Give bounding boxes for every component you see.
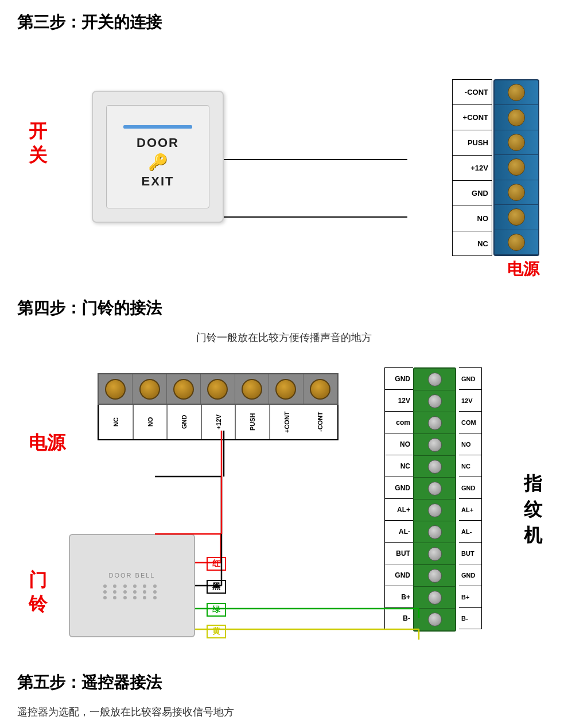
step4-diagram: 电源 NC NO GND [17,356,551,655]
step4-subtitle: 门铃一般放在比较方便传播声音的地方 [17,331,551,344]
pscrew-5 [235,374,269,404]
dh5 [143,584,146,588]
terminal-screw-5 [495,180,538,205]
dh11 [143,590,146,594]
wire-label-red: 红 [207,557,226,571]
terminal-label-cont-pos: +CONT [452,104,492,130]
switch-label: 开 关 [29,119,47,167]
wire-label-yellow: 黄 [207,625,226,638]
dh8 [113,590,116,594]
fpl-no: NO [384,433,413,455]
terminal-block [493,79,539,256]
terminal-screw-4 [495,155,538,180]
fpl-gnd3: GND [384,564,413,586]
page-container: 第三步：开关的连接 开 关 DOOR 🔑 EXIT [0,0,568,728]
fpr-bp: B+ [459,586,482,607]
fpl-but: BUT [384,542,413,564]
door-button-door: DOOR [137,135,179,150]
terminal-label-gnd: GND [452,180,492,206]
power-terminal-screws [99,374,337,404]
door-button-key: 🔑 [148,153,168,172]
terminal-label-box: -CONT +CONT PUSH +12V GND NO NC [452,79,492,256]
fpr-no: NO [459,433,482,455]
fp-screw-gnd3 [414,565,455,587]
fpl-bp: B+ [384,586,413,607]
fp-right-labels: GND 12V COM NO NC GND AL+ AL- BUT GND B+… [459,367,482,629]
power-terminal-top [98,373,339,405]
dh15 [123,596,127,599]
pscrew-3 [167,374,201,404]
dh9 [123,590,127,594]
dh3 [123,584,127,588]
wire-label-green: 绿 [207,603,226,617]
doorbell-device: DOOR BELL [69,534,195,637]
fp-left-labels: GND 12V com NO NC GND AL+ AL- BUT GND B+… [384,367,413,629]
terminal-screw-2 [495,105,538,130]
pscrew-7 [304,374,337,404]
fp-screw-bm [414,609,455,630]
step5-title: 第五步：遥控器接法 [17,672,551,694]
fpl-com: com [384,411,413,433]
terminal-screw-3 [495,130,538,155]
fpl-alm: AL- [384,520,413,542]
dh13 [103,596,107,599]
fpr-but: BUT [459,542,482,564]
fpl-gnd2: GND [384,477,413,498]
pt-label-cont-neg: -CONT [304,405,337,439]
dh17 [143,596,146,599]
fp-screw-but [414,543,455,565]
fp-screw-bp [414,587,455,609]
pscrew-1 [99,374,133,404]
fp-screw-nc [414,456,455,478]
fpr-nc: NC [459,455,482,477]
pt-label-no: NO [133,405,168,439]
dh16 [133,596,137,599]
fp-screw-com [414,412,455,434]
step4-title: 第四步：门铃的接法 [17,297,551,319]
door-button-container: DOOR 🔑 EXIT [92,91,229,229]
step3-title: 第三步：开关的连接 [17,11,551,33]
pscrew-4 [201,374,235,404]
doorbell-holes [103,584,161,599]
terminal-label-push: PUSH [452,130,492,155]
fpr-gnd3: GND [459,564,482,586]
fpl-12v: 12V [384,389,413,411]
fp-screw-alm [414,521,455,543]
door-bell-label: 门 铃 [29,568,47,616]
terminal-screw-1 [495,80,538,105]
pt-label-push: PUSH [235,405,270,439]
terminal-screw-7 [495,230,538,255]
door-button-outer: DOOR 🔑 EXIT [92,91,224,223]
fp-screw-gnd [414,369,455,390]
pt-label-gnd: GND [167,405,201,439]
dh10 [133,590,137,594]
dh14 [113,596,116,599]
fpr-com: COM [459,411,482,433]
fpr-alm: AL- [459,520,482,542]
terminal-label-cont-neg: -CONT [452,79,492,104]
fp-screw-no [414,434,455,456]
door-button-blue-line [123,125,192,129]
fpr-12v: 12V [459,389,482,411]
power-label-step3: 电源 [507,258,539,280]
fpr-gnd: GND [459,367,482,389]
pscrew-6 [269,374,303,404]
fpr-gnd2: GND [459,477,482,498]
dh12 [153,590,157,594]
step5-subtitle: 遥控器为选配，一般放在比较容易接收信号地方 [17,705,551,719]
pt-label-nc: NC [99,405,133,439]
pt-label-12v: +12V [201,405,236,439]
door-button-exit: EXIT [142,174,174,189]
pscrew-2 [133,374,166,404]
dh4 [133,584,137,588]
power-terminal: NC NO GND +12V PUSH +CONT -CONT [98,373,339,448]
terminal-label-no: NO [452,206,492,231]
fp-screw-gnd2 [414,478,455,499]
dh2 [113,584,116,588]
power-src-label: 电源 [29,431,65,456]
fpl-gnd: GND [384,367,413,389]
fp-machine-label: 指 纹 机 [524,471,542,548]
terminal-label-12v: +12V [452,155,492,180]
dh1 [103,584,107,588]
doorbell-brand: DOOR BELL [109,572,155,579]
